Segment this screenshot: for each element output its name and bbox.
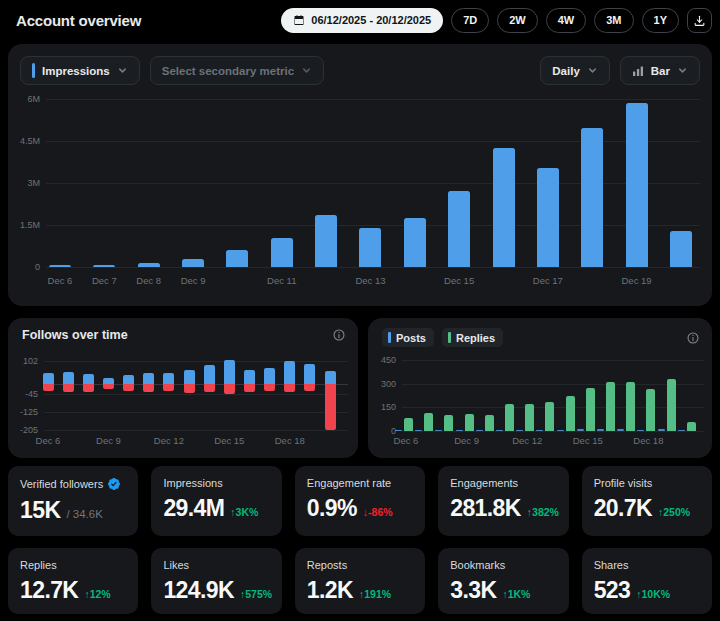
replies-bar[interactable]: [444, 415, 453, 431]
posts-bar[interactable]: [415, 430, 422, 432]
stat-label-text: Replies: [20, 559, 57, 571]
replies-bar[interactable]: [606, 382, 615, 431]
follows-gained-bar[interactable]: [264, 368, 275, 384]
follows-lost-bar[interactable]: [184, 384, 195, 393]
impressions-bar[interactable]: [271, 238, 293, 267]
stat-card-profile-visits: Profile visits20.7K↑250%: [582, 466, 712, 536]
follows-lost-bar[interactable]: [103, 384, 114, 389]
follows-gained-bar[interactable]: [43, 373, 54, 384]
stat-total-suffix: / 34.6K: [66, 508, 102, 520]
impressions-bar[interactable]: [448, 191, 470, 267]
stat-value: 1.2K: [307, 577, 353, 604]
stat-label: Reposts: [307, 559, 413, 571]
posts-bar[interactable]: [536, 430, 543, 432]
impressions-bar[interactable]: [404, 218, 426, 267]
posts-bar[interactable]: [476, 430, 483, 432]
follows-lost-bar[interactable]: [163, 384, 174, 391]
range-button-1y[interactable]: 1Y: [642, 8, 679, 33]
follows-gained-bar[interactable]: [244, 370, 255, 384]
range-button-3m[interactable]: 3M: [594, 8, 633, 33]
follows-lost-bar[interactable]: [63, 384, 74, 392]
replies-bar[interactable]: [465, 414, 474, 431]
replies-bar[interactable]: [626, 382, 635, 431]
follows-lost-bar[interactable]: [204, 384, 215, 392]
follows-gained-bar[interactable]: [63, 372, 74, 384]
impressions-bar[interactable]: [359, 228, 381, 267]
follows-lost-bar[interactable]: [143, 384, 154, 392]
impressions-bar[interactable]: [493, 148, 515, 267]
stat-card-reposts: Reposts1.2K↑191%: [295, 548, 425, 614]
replies-bar[interactable]: [424, 413, 433, 431]
verified-badge-icon: [107, 477, 121, 491]
posts-bar[interactable]: [678, 430, 685, 432]
stat-value: 29.4M: [163, 495, 224, 522]
stat-label: Engagements: [450, 477, 556, 489]
follows-lost-bar[interactable]: [43, 384, 54, 391]
follows-gained-bar[interactable]: [143, 373, 154, 384]
follows-gained-bar[interactable]: [224, 360, 235, 384]
gridline: [46, 267, 700, 268]
posts-bar[interactable]: [395, 430, 402, 432]
impressions-bar[interactable]: [626, 103, 648, 267]
follows-gained-bar[interactable]: [325, 371, 336, 384]
follows-panel: Follows over time 102-45-125-205Dec 6Dec…: [8, 318, 358, 458]
posts-bar[interactable]: [658, 429, 665, 431]
follows-lost-bar[interactable]: [83, 384, 94, 392]
range-button-4w[interactable]: 4W: [546, 8, 587, 33]
impressions-bar[interactable]: [581, 128, 603, 267]
follows-gained-bar[interactable]: [123, 375, 134, 384]
replies-bar[interactable]: [586, 388, 595, 431]
range-button-7d[interactable]: 7D: [451, 8, 489, 33]
posts-bar[interactable]: [597, 429, 604, 431]
posts-bar[interactable]: [456, 430, 463, 432]
impressions-bar[interactable]: [670, 231, 692, 267]
posts-bar[interactable]: [435, 430, 442, 432]
follows-lost-bar[interactable]: [244, 384, 255, 392]
posts-bar[interactable]: [637, 430, 644, 432]
follows-gained-bar[interactable]: [284, 361, 295, 384]
replies-bar[interactable]: [566, 396, 575, 431]
posts-bar[interactable]: [557, 430, 564, 432]
follows-gained-bar[interactable]: [204, 365, 215, 384]
impressions-bar[interactable]: [315, 215, 337, 267]
replies-bar[interactable]: [667, 379, 676, 431]
replies-bar[interactable]: [545, 402, 554, 431]
impressions-bar[interactable]: [93, 265, 115, 267]
range-button-2w[interactable]: 2W: [497, 8, 538, 33]
follows-lost-bar[interactable]: [224, 384, 235, 394]
impressions-chart: 01.5M3M4.5M6MDec 6Dec 7Dec 8Dec 9Dec 11D…: [8, 44, 712, 306]
replies-bar[interactable]: [687, 422, 696, 431]
x-axis-label: Dec 9: [181, 275, 206, 286]
follows-lost-bar[interactable]: [304, 384, 315, 391]
follows-lost-bar[interactable]: [325, 384, 336, 430]
replies-bar[interactable]: [646, 389, 655, 431]
replies-bar[interactable]: [404, 418, 413, 431]
follows-gained-bar[interactable]: [184, 370, 195, 384]
follows-lost-bar[interactable]: [264, 384, 275, 391]
follows-gained-bar[interactable]: [163, 373, 174, 384]
date-range-picker[interactable]: 06/12/2025 - 20/12/2025: [281, 8, 443, 33]
download-button[interactable]: [687, 8, 712, 33]
replies-bar[interactable]: [505, 404, 514, 431]
stat-value: 523: [594, 577, 631, 604]
follows-gained-bar[interactable]: [83, 374, 94, 384]
y-axis-label: 6M: [10, 94, 40, 104]
posts-bar[interactable]: [516, 430, 523, 432]
follows-gained-bar[interactable]: [304, 364, 315, 384]
stat-value-row: 0.9%↓-86%: [307, 495, 413, 522]
impressions-bar[interactable]: [226, 250, 248, 267]
impressions-bar[interactable]: [182, 259, 204, 267]
impressions-bar[interactable]: [138, 263, 160, 267]
posts-bar[interactable]: [577, 429, 584, 431]
impressions-bar[interactable]: [49, 265, 71, 267]
stat-delta: ↑382%: [527, 506, 559, 518]
posts-bar[interactable]: [617, 429, 624, 431]
replies-bar[interactable]: [525, 404, 534, 431]
follows-lost-bar[interactable]: [284, 384, 295, 392]
follows-lost-bar[interactable]: [123, 384, 134, 391]
replies-bar[interactable]: [485, 415, 494, 431]
posts-replies-chart: 0150300450Dec 6Dec 9Dec 12Dec 15Dec 18: [368, 318, 712, 458]
gridline: [44, 430, 348, 431]
impressions-bar[interactable]: [537, 168, 559, 267]
posts-bar[interactable]: [496, 430, 503, 432]
